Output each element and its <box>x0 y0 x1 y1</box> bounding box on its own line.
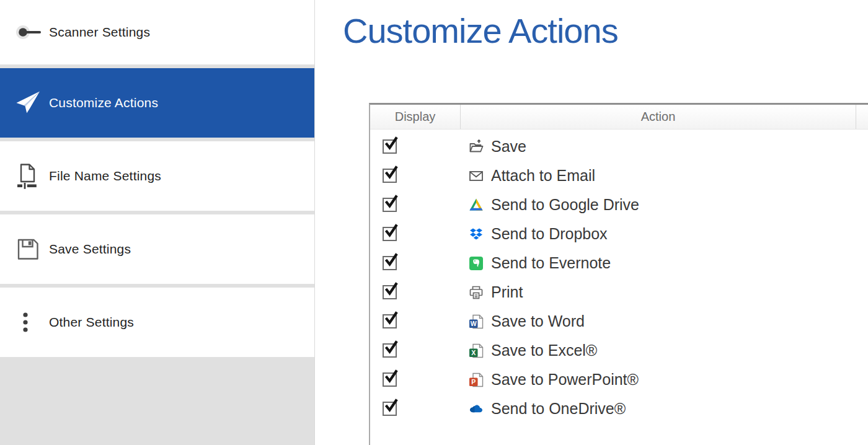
table-row[interactable]: Save <box>370 132 868 161</box>
display-checkbox[interactable] <box>383 402 397 416</box>
display-checkbox[interactable] <box>383 314 397 328</box>
evernote-icon <box>468 255 484 271</box>
sidebar-item-scanner-settings[interactable]: Scanner Settings <box>0 0 314 64</box>
save-folder-icon <box>468 139 484 155</box>
svg-text:X: X <box>471 349 476 356</box>
display-checkbox[interactable] <box>383 256 397 270</box>
powerpoint-icon: P <box>468 372 484 388</box>
display-checkbox[interactable] <box>383 343 397 358</box>
excel-icon: X <box>468 343 484 359</box>
sidebar-item-label: Scanner Settings <box>49 25 150 40</box>
save-disk-icon <box>14 235 42 263</box>
sidebar-item-label: Customize Actions <box>49 95 158 110</box>
action-label: Save to Word <box>491 312 585 330</box>
display-checkbox[interactable] <box>383 285 397 299</box>
table-row[interactable]: Print <box>370 278 868 307</box>
paper-plane-icon <box>14 89 42 117</box>
sidebar-item-other-settings[interactable]: Other Settings <box>0 288 314 357</box>
word-icon: W <box>468 314 484 330</box>
column-header-display: Display <box>370 105 461 129</box>
table-row[interactable]: P Save to PowerPoint® <box>370 365 868 394</box>
action-label: Attach to Email <box>491 167 595 185</box>
table-row[interactable]: Send to OneDrive® <box>370 394 868 423</box>
display-checkbox[interactable] <box>383 372 397 387</box>
email-icon <box>468 168 484 184</box>
action-label: Send to Evernote <box>491 254 611 272</box>
sidebar-item-file-name-settings[interactable]: File Name Settings <box>0 141 314 211</box>
sidebar-filler <box>0 357 314 445</box>
table-row[interactable]: X Save to Excel® <box>370 336 868 365</box>
main-panel: Customize Actions Display Action <box>316 0 868 445</box>
kebab-menu-icon <box>14 308 42 337</box>
google-drive-icon <box>468 197 484 213</box>
page-title: Customize Actions <box>343 11 618 51</box>
svg-text:W: W <box>471 320 477 327</box>
table-row[interactable]: Attach to Email <box>370 161 868 190</box>
settings-sidebar: Scanner Settings Customize Actions File … <box>0 0 315 445</box>
dropbox-icon <box>468 226 484 242</box>
display-checkbox[interactable] <box>383 139 397 154</box>
action-label: Save <box>491 138 526 156</box>
table-header: Display Action <box>370 105 868 130</box>
sidebar-item-label: Other Settings <box>49 315 134 330</box>
scanner-icon <box>14 18 42 46</box>
action-label: Save to Excel® <box>491 341 597 359</box>
file-name-icon <box>14 162 42 190</box>
display-checkbox[interactable] <box>383 198 397 212</box>
column-header-action: Action <box>461 105 856 129</box>
sidebar-item-customize-actions[interactable]: Customize Actions <box>0 68 314 138</box>
printer-icon <box>468 284 484 301</box>
sidebar-item-label: File Name Settings <box>49 169 161 183</box>
column-header-extra <box>856 105 868 129</box>
svg-text:P: P <box>471 378 476 386</box>
action-label: Send to Google Drive <box>491 196 639 214</box>
actions-table: Display Action <box>369 103 868 445</box>
table-row[interactable]: W Save to Word <box>370 307 868 336</box>
display-checkbox[interactable] <box>383 169 397 183</box>
action-label: Save to PowerPoint® <box>491 371 639 389</box>
action-label: Send to OneDrive® <box>491 400 626 418</box>
table-row[interactable]: Send to Evernote <box>370 249 868 278</box>
action-label: Send to Dropbox <box>491 225 608 243</box>
table-body: Save Attach to Emai <box>370 130 868 423</box>
action-label: Print <box>491 283 523 301</box>
table-row[interactable]: Send to Google Drive <box>370 190 868 219</box>
display-checkbox[interactable] <box>383 227 397 241</box>
sidebar-item-save-settings[interactable]: Save Settings <box>0 214 314 284</box>
table-row[interactable]: Send to Dropbox <box>370 219 868 249</box>
onedrive-icon <box>468 401 484 417</box>
sidebar-item-label: Save Settings <box>49 242 131 257</box>
